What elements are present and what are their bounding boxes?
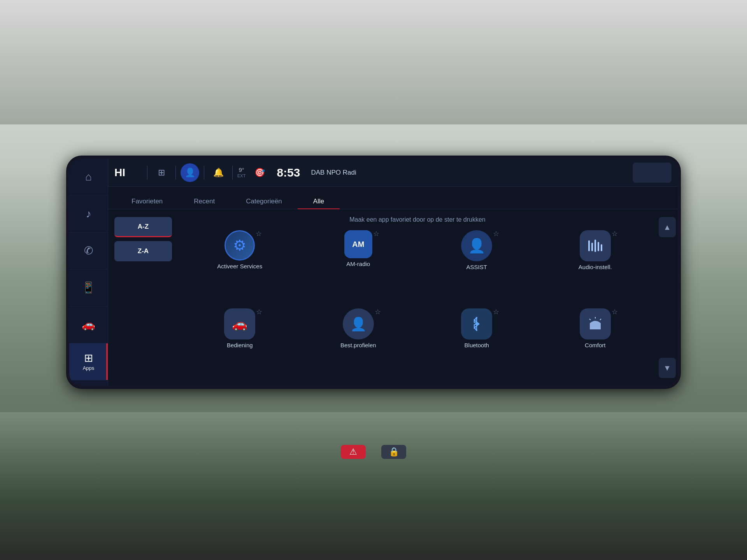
app-grid-area: Maak een app favoriet door op de ster te…: [178, 209, 657, 386]
temp-value: 9°: [239, 167, 244, 173]
sort-az-button[interactable]: A-Z: [114, 217, 172, 237]
device-icon: 📱: [82, 282, 95, 293]
topbar-divider-1: [147, 166, 147, 180]
app-item-bediening[interactable]: 🚗 ☆ Bediening: [184, 308, 295, 382]
comfort-icon: [580, 308, 611, 340]
dashboard-top: [0, 0, 747, 124]
bluetooth-icon: [461, 308, 492, 340]
bluetooth-star[interactable]: ☆: [493, 308, 499, 316]
svg-point-6: [476, 329, 477, 331]
scroll-buttons: ▲ ▼: [657, 209, 678, 386]
best-profielen-star[interactable]: ☆: [375, 308, 381, 316]
best-profielen-icon: 👤: [343, 308, 374, 340]
grid-menu-button[interactable]: ⊞: [152, 163, 171, 182]
sidebar-item-phone[interactable]: ✆: [69, 233, 108, 270]
sidebar: ⌂ ♪ ✆ 📱 🚗 ⊞ Apps: [69, 159, 108, 386]
bediening-icon: 🚗: [224, 308, 255, 340]
topbar-divider-3: [204, 166, 204, 180]
screen-bezel: ⌂ ♪ ✆ 📱 🚗 ⊞ Apps: [66, 156, 681, 389]
activeer-services-icon: ⚙: [224, 230, 255, 261]
bottom-controls: ⚠ 🔒: [341, 445, 406, 459]
compass-button[interactable]: 🎯: [250, 163, 269, 182]
svg-rect-1: [591, 243, 593, 251]
am-radio-icon: AM: [344, 230, 372, 258]
bluetooth-label: Bluetooth: [465, 342, 489, 348]
bediening-label: Bediening: [227, 342, 253, 348]
sort-panel: A-Z Z-A: [108, 209, 178, 386]
app-grid: ⚙ ☆ Activeer Services AM ☆: [184, 230, 651, 382]
radio-info: DAB NPO Radi: [311, 169, 356, 177]
topbar-thumbnail: [633, 163, 672, 183]
sort-za-button[interactable]: Z-A: [114, 241, 172, 261]
am-radio-label: AM-radio: [346, 261, 370, 267]
car-surround: ⌂ ♪ ✆ 📱 🚗 ⊞ Apps: [0, 0, 747, 560]
phone-icon: ✆: [84, 245, 93, 256]
scroll-up-button[interactable]: ▲: [659, 217, 676, 237]
main-content: HI ⊞ 👤 🔔 9° EXT 🎯 8:53 DAB NPO Radi: [108, 159, 678, 386]
hi-label: HI: [114, 166, 138, 179]
sidebar-item-home[interactable]: ⌂: [69, 159, 108, 196]
am-radio-star[interactable]: ☆: [373, 229, 379, 238]
app-item-assist[interactable]: 👤 ☆ ASSIST: [421, 230, 532, 304]
audio-instell-star[interactable]: ☆: [612, 229, 618, 238]
time-display: 8:53: [277, 166, 300, 179]
tabs-bar: Favorieten Recent Categorieën Alle: [108, 187, 678, 209]
app-item-audio-instell[interactable]: ☆ Audio-instell.: [540, 230, 651, 304]
audio-instell-icon: [580, 230, 611, 261]
lock-button[interactable]: 🔒: [381, 445, 406, 459]
activeer-services-label: Activeer Services: [217, 263, 262, 270]
app-item-bluetooth[interactable]: ☆ Bluetooth: [421, 308, 532, 382]
temperature-badge: 9° EXT: [237, 167, 245, 178]
tab-categorieen[interactable]: Categorieën: [230, 194, 298, 209]
assist-icon: 👤: [461, 230, 492, 261]
sidebar-apps-label: Apps: [83, 365, 95, 371]
tab-alle[interactable]: Alle: [298, 194, 340, 209]
topbar: HI ⊞ 👤 🔔 9° EXT 🎯 8:53 DAB NPO Radi: [108, 159, 678, 187]
notifications-button[interactable]: 🔔: [209, 163, 228, 182]
scroll-down-button[interactable]: ▼: [659, 358, 676, 378]
app-item-best-profielen[interactable]: 👤 ☆ Best.profielen: [303, 308, 414, 382]
sidebar-item-apps[interactable]: ⊞ Apps: [69, 343, 108, 380]
topbar-divider-4: [232, 166, 233, 180]
best-profielen-label: Best.profielen: [340, 342, 376, 348]
activeer-services-star[interactable]: ☆: [256, 229, 262, 238]
assist-star[interactable]: ☆: [493, 229, 499, 238]
assist-label: ASSIST: [466, 264, 487, 270]
hazard-button[interactable]: ⚠: [341, 445, 366, 459]
svg-rect-3: [598, 242, 599, 251]
svg-line-9: [600, 319, 601, 320]
home-icon: ⌂: [85, 172, 92, 182]
apps-icon: ⊞: [84, 353, 93, 364]
svg-line-8: [589, 319, 591, 320]
comfort-star[interactable]: ☆: [612, 308, 618, 316]
comfort-label: Comfort: [585, 342, 605, 348]
car-icon: 🚗: [82, 319, 95, 330]
sidebar-item-device[interactable]: 📱: [69, 270, 108, 306]
audio-instell-label: Audio-instell.: [579, 264, 612, 270]
sidebar-item-car[interactable]: 🚗: [69, 306, 108, 343]
svg-rect-4: [601, 244, 602, 251]
favorite-message: Maak een app favoriet door op de ster te…: [184, 213, 651, 229]
app-item-activeer-services[interactable]: ⚙ ☆ Activeer Services: [184, 230, 295, 304]
app-item-comfort[interactable]: ☆ Comfort: [540, 308, 651, 382]
sidebar-item-music[interactable]: ♪: [69, 196, 108, 233]
svg-point-5: [476, 317, 477, 318]
music-icon: ♪: [86, 208, 91, 219]
user-profile-button[interactable]: 👤: [181, 163, 199, 182]
tab-favorieten[interactable]: Favorieten: [116, 194, 178, 209]
temp-label: EXT: [237, 173, 245, 178]
bediening-star[interactable]: ☆: [256, 308, 262, 316]
content-area: A-Z Z-A Maak een app favoriet door op de…: [108, 209, 678, 386]
app-item-am-radio[interactable]: AM ☆ AM-radio: [303, 230, 414, 304]
topbar-divider-2: [175, 166, 176, 180]
svg-rect-2: [594, 240, 596, 252]
tab-recent[interactable]: Recent: [178, 194, 230, 209]
dashboard-bottom: [0, 412, 747, 560]
svg-rect-0: [588, 240, 590, 251]
infotainment-screen: ⌂ ♪ ✆ 📱 🚗 ⊞ Apps: [69, 159, 678, 386]
